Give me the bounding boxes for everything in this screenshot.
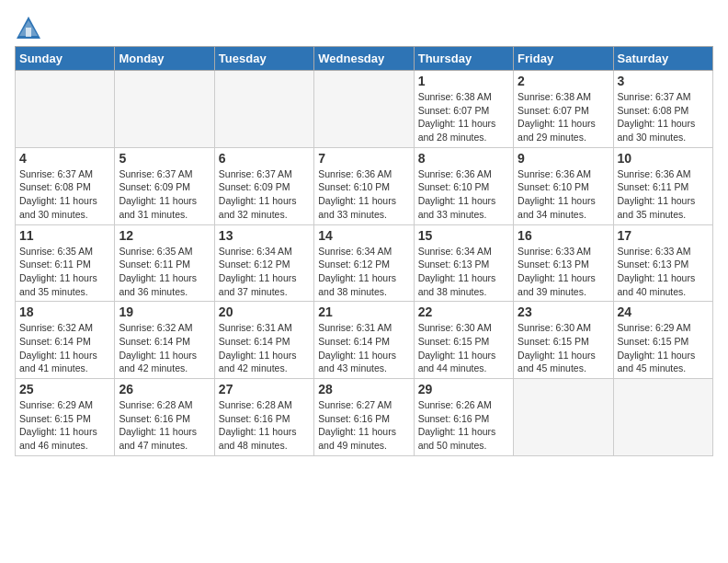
day-number: 10 (618, 151, 709, 166)
day-number: 1 (418, 74, 509, 88)
calendar-cell: 29Sunrise: 6:26 AM Sunset: 6:16 PM Dayli… (414, 379, 513, 456)
calendar-cell (314, 71, 414, 148)
calendar-cell: 4Sunrise: 6:37 AM Sunset: 6:08 PM Daylig… (16, 147, 115, 224)
day-info: Sunrise: 6:30 AM Sunset: 6:15 PM Dayligh… (518, 321, 609, 375)
day-info: Sunrise: 6:36 AM Sunset: 6:10 PM Dayligh… (318, 167, 409, 222)
calendar-cell (214, 71, 313, 148)
day-number: 8 (418, 151, 509, 166)
day-info: Sunrise: 6:36 AM Sunset: 6:10 PM Dayligh… (518, 167, 609, 222)
calendar-cell: 22Sunrise: 6:30 AM Sunset: 6:15 PM Dayli… (414, 302, 513, 379)
calendar-cell: 7Sunrise: 6:36 AM Sunset: 6:10 PM Daylig… (314, 147, 414, 224)
day-number: 14 (318, 228, 409, 243)
calendar-cell: 10Sunrise: 6:36 AM Sunset: 6:11 PM Dayli… (613, 147, 712, 224)
day-number: 11 (19, 228, 110, 243)
calendar-cell: 24Sunrise: 6:29 AM Sunset: 6:15 PM Dayli… (613, 302, 712, 379)
day-header-friday: Friday (514, 47, 613, 71)
calendar-header-row: SundayMondayTuesdayWednesdayThursdayFrid… (16, 47, 713, 71)
day-info: Sunrise: 6:35 AM Sunset: 6:11 PM Dayligh… (119, 245, 210, 299)
calendar-cell: 28Sunrise: 6:27 AM Sunset: 6:16 PM Dayli… (314, 379, 414, 456)
calendar-week-1: 4Sunrise: 6:37 AM Sunset: 6:08 PM Daylig… (16, 147, 713, 224)
day-info: Sunrise: 6:33 AM Sunset: 6:13 PM Dayligh… (518, 245, 609, 299)
day-info: Sunrise: 6:31 AM Sunset: 6:14 PM Dayligh… (318, 321, 409, 375)
calendar-cell: 15Sunrise: 6:34 AM Sunset: 6:13 PM Dayli… (414, 224, 513, 302)
day-info: Sunrise: 6:37 AM Sunset: 6:09 PM Dayligh… (119, 167, 210, 222)
calendar-cell: 27Sunrise: 6:28 AM Sunset: 6:16 PM Dayli… (214, 379, 313, 456)
calendar-cell: 25Sunrise: 6:29 AM Sunset: 6:15 PM Dayli… (16, 379, 115, 456)
day-number: 12 (119, 228, 210, 243)
calendar-cell: 8Sunrise: 6:36 AM Sunset: 6:10 PM Daylig… (414, 147, 513, 224)
day-header-saturday: Saturday (613, 47, 712, 71)
day-number: 25 (19, 382, 110, 396)
calendar-cell: 21Sunrise: 6:31 AM Sunset: 6:14 PM Dayli… (314, 302, 414, 379)
logo-icon (15, 15, 42, 42)
calendar-cell (514, 379, 613, 456)
calendar-cell: 14Sunrise: 6:34 AM Sunset: 6:12 PM Dayli… (314, 224, 414, 302)
calendar-week-2: 11Sunrise: 6:35 AM Sunset: 6:11 PM Dayli… (16, 224, 713, 302)
day-number: 9 (518, 151, 609, 166)
day-number: 6 (219, 151, 310, 166)
day-info: Sunrise: 6:34 AM Sunset: 6:13 PM Dayligh… (418, 245, 509, 299)
day-info: Sunrise: 6:36 AM Sunset: 6:11 PM Dayligh… (618, 167, 709, 222)
calendar-week-4: 25Sunrise: 6:29 AM Sunset: 6:15 PM Dayli… (16, 379, 713, 456)
calendar-cell: 26Sunrise: 6:28 AM Sunset: 6:16 PM Dayli… (115, 379, 214, 456)
calendar-cell: 20Sunrise: 6:31 AM Sunset: 6:14 PM Dayli… (214, 302, 313, 379)
calendar: SundayMondayTuesdayWednesdayThursdayFrid… (15, 46, 713, 456)
day-header-sunday: Sunday (16, 47, 115, 71)
day-info: Sunrise: 6:36 AM Sunset: 6:10 PM Dayligh… (418, 167, 509, 222)
day-info: Sunrise: 6:33 AM Sunset: 6:13 PM Dayligh… (618, 245, 709, 299)
calendar-cell: 2Sunrise: 6:38 AM Sunset: 6:07 PM Daylig… (514, 71, 613, 148)
calendar-cell: 11Sunrise: 6:35 AM Sunset: 6:11 PM Dayli… (16, 224, 115, 302)
day-number: 15 (418, 228, 509, 243)
day-info: Sunrise: 6:27 AM Sunset: 6:16 PM Dayligh… (318, 398, 409, 453)
day-header-monday: Monday (115, 47, 214, 71)
svg-rect-2 (26, 28, 31, 37)
day-number: 18 (19, 304, 110, 319)
calendar-week-0: 1Sunrise: 6:38 AM Sunset: 6:07 PM Daylig… (16, 71, 713, 148)
calendar-cell: 18Sunrise: 6:32 AM Sunset: 6:14 PM Dayli… (16, 302, 115, 379)
day-number: 28 (318, 382, 409, 396)
calendar-cell: 1Sunrise: 6:38 AM Sunset: 6:07 PM Daylig… (414, 71, 513, 148)
calendar-cell: 19Sunrise: 6:32 AM Sunset: 6:14 PM Dayli… (115, 302, 214, 379)
day-number: 4 (19, 151, 110, 166)
day-number: 2 (518, 74, 609, 88)
calendar-cell (16, 71, 115, 148)
day-info: Sunrise: 6:35 AM Sunset: 6:11 PM Dayligh… (19, 245, 110, 299)
day-header-thursday: Thursday (414, 47, 513, 71)
header (15, 15, 713, 42)
day-number: 22 (418, 304, 509, 319)
logo (15, 15, 46, 42)
day-info: Sunrise: 6:37 AM Sunset: 6:08 PM Dayligh… (618, 90, 709, 144)
day-info: Sunrise: 6:26 AM Sunset: 6:16 PM Dayligh… (418, 398, 509, 453)
day-number: 20 (219, 304, 310, 319)
day-number: 16 (518, 228, 609, 243)
day-number: 17 (618, 228, 709, 243)
calendar-cell (613, 379, 712, 456)
day-number: 19 (119, 304, 210, 319)
day-info: Sunrise: 6:29 AM Sunset: 6:15 PM Dayligh… (618, 321, 709, 375)
day-number: 27 (219, 382, 310, 396)
day-info: Sunrise: 6:29 AM Sunset: 6:15 PM Dayligh… (19, 398, 110, 453)
calendar-cell: 12Sunrise: 6:35 AM Sunset: 6:11 PM Dayli… (115, 224, 214, 302)
calendar-cell: 13Sunrise: 6:34 AM Sunset: 6:12 PM Dayli… (214, 224, 313, 302)
calendar-week-3: 18Sunrise: 6:32 AM Sunset: 6:14 PM Dayli… (16, 302, 713, 379)
day-info: Sunrise: 6:31 AM Sunset: 6:14 PM Dayligh… (219, 321, 310, 375)
day-number: 26 (119, 382, 210, 396)
day-info: Sunrise: 6:38 AM Sunset: 6:07 PM Dayligh… (418, 90, 509, 144)
calendar-cell: 17Sunrise: 6:33 AM Sunset: 6:13 PM Dayli… (613, 224, 712, 302)
day-number: 5 (119, 151, 210, 166)
calendar-cell (115, 71, 214, 148)
day-info: Sunrise: 6:28 AM Sunset: 6:16 PM Dayligh… (219, 398, 310, 453)
day-info: Sunrise: 6:34 AM Sunset: 6:12 PM Dayligh… (219, 245, 310, 299)
day-header-wednesday: Wednesday (314, 47, 414, 71)
day-info: Sunrise: 6:32 AM Sunset: 6:14 PM Dayligh… (119, 321, 210, 375)
day-number: 7 (318, 151, 409, 166)
day-info: Sunrise: 6:34 AM Sunset: 6:12 PM Dayligh… (318, 245, 409, 299)
day-number: 13 (219, 228, 310, 243)
calendar-cell: 9Sunrise: 6:36 AM Sunset: 6:10 PM Daylig… (514, 147, 613, 224)
day-number: 3 (618, 74, 709, 88)
day-info: Sunrise: 6:30 AM Sunset: 6:15 PM Dayligh… (418, 321, 509, 375)
day-number: 29 (418, 382, 509, 396)
day-info: Sunrise: 6:28 AM Sunset: 6:16 PM Dayligh… (119, 398, 210, 453)
day-info: Sunrise: 6:37 AM Sunset: 6:08 PM Dayligh… (19, 167, 110, 222)
day-number: 23 (518, 304, 609, 319)
